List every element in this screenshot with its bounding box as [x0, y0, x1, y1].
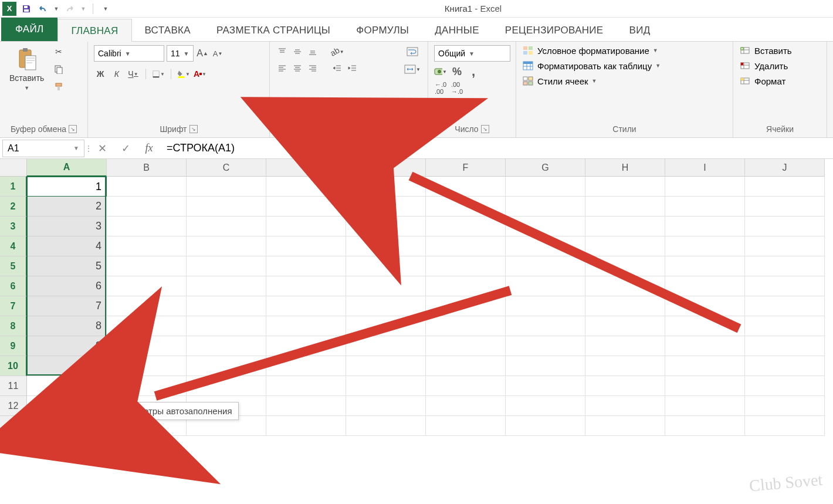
increase-indent-button[interactable] — [346, 62, 359, 75]
cell-J5[interactable] — [745, 256, 825, 276]
align-top-button[interactable] — [276, 45, 289, 58]
row-header-13[interactable]: 13 — [0, 416, 27, 436]
column-header-J[interactable]: J — [745, 159, 825, 177]
underline-button[interactable]: Ч▼ — [127, 67, 140, 80]
cell-A8[interactable]: 8 — [27, 316, 107, 336]
cell-J13[interactable] — [745, 416, 825, 436]
cell-D5[interactable] — [266, 256, 346, 276]
cell-J8[interactable] — [745, 316, 825, 336]
cell-E5[interactable] — [346, 256, 426, 276]
alignment-dialog-launcher[interactable] — [374, 125, 382, 133]
cell-A3[interactable]: 3 — [27, 217, 107, 236]
cell-C4[interactable] — [187, 236, 266, 256]
cell-F9[interactable] — [426, 336, 506, 356]
cell-E13[interactable] — [346, 416, 426, 436]
align-center-button[interactable] — [291, 62, 304, 75]
cell-H5[interactable] — [585, 256, 665, 276]
cell-I3[interactable] — [665, 217, 745, 236]
insert-cells-button[interactable]: Вставить — [739, 45, 792, 56]
bold-button[interactable]: Ж — [94, 67, 107, 80]
cell-I2[interactable] — [665, 197, 745, 217]
font-name-combo[interactable]: Calibri▼ — [94, 45, 164, 62]
cell-A6[interactable]: 6 — [27, 276, 107, 296]
cell-F1[interactable] — [426, 177, 506, 197]
cell-A9[interactable]: 9 — [27, 336, 107, 356]
cell-D3[interactable] — [266, 217, 346, 236]
format-as-table-button[interactable]: Форматировать как таблицу ▼ — [522, 60, 661, 71]
cell-D8[interactable] — [266, 316, 346, 336]
cell-E3[interactable] — [346, 217, 426, 236]
formula-input[interactable] — [161, 140, 833, 157]
row-header-2[interactable]: 2 — [0, 197, 27, 217]
cell-D10[interactable] — [266, 356, 346, 376]
cell-G1[interactable] — [506, 177, 585, 197]
orientation-button[interactable]: ab▼ — [331, 45, 344, 58]
cell-I12[interactable] — [665, 396, 745, 416]
tab-page-layout[interactable]: РАЗМЕТКА СТРАНИЦЫ — [204, 19, 343, 41]
name-box[interactable]: A1 ▼ — [2, 140, 84, 157]
paste-button[interactable]: Вставить ▼ — [6, 45, 48, 93]
cell-B3[interactable] — [107, 217, 187, 236]
tab-review[interactable]: РЕЦЕНЗИРОВАНИЕ — [492, 19, 617, 41]
increase-font-button[interactable]: A▲ — [196, 47, 209, 60]
cell-H10[interactable] — [585, 356, 665, 376]
cell-H11[interactable] — [585, 376, 665, 396]
enter-formula-button[interactable]: ✓ — [114, 140, 137, 157]
cell-A4[interactable]: 4 — [27, 236, 107, 256]
cell-D7[interactable] — [266, 296, 346, 316]
comma-button[interactable]: , — [467, 65, 480, 78]
cell-C5[interactable] — [187, 256, 266, 276]
cell-G9[interactable] — [506, 336, 585, 356]
cell-B10[interactable] — [107, 356, 187, 376]
cell-I13[interactable] — [665, 416, 745, 436]
cell-A11[interactable] — [27, 376, 107, 396]
row-header-4[interactable]: 4 — [0, 236, 27, 256]
select-all-corner[interactable] — [0, 159, 27, 177]
cell-G10[interactable] — [506, 356, 585, 376]
cell-A13[interactable] — [27, 416, 107, 436]
tab-insert[interactable]: ВСТАВКА — [132, 19, 204, 41]
fill-handle[interactable] — [104, 374, 109, 378]
cell-G11[interactable] — [506, 376, 585, 396]
cell-I6[interactable] — [665, 276, 745, 296]
decrease-decimal-button[interactable]: .00→.0 — [451, 82, 463, 94]
column-header-H[interactable]: H — [585, 159, 665, 177]
cell-G2[interactable] — [506, 197, 585, 217]
number-dialog-launcher[interactable] — [481, 125, 489, 133]
undo-dropdown[interactable]: ▼ — [53, 2, 60, 15]
cell-G8[interactable] — [506, 316, 585, 336]
redo-dropdown[interactable]: ▼ — [80, 2, 87, 15]
number-format-combo[interactable]: Общий▼ — [434, 45, 510, 62]
column-header-B[interactable]: B — [107, 159, 187, 177]
cell-A10[interactable]: 10 — [27, 356, 107, 376]
cell-H6[interactable] — [585, 276, 665, 296]
cell-J11[interactable] — [745, 376, 825, 396]
align-bottom-button[interactable] — [306, 45, 319, 58]
cell-J1[interactable] — [745, 177, 825, 197]
cell-C8[interactable] — [187, 316, 266, 336]
undo-button[interactable] — [36, 2, 49, 15]
cell-B4[interactable] — [107, 236, 187, 256]
cell-B6[interactable] — [107, 276, 187, 296]
cell-E1[interactable] — [346, 177, 426, 197]
cell-H4[interactable] — [585, 236, 665, 256]
cell-F4[interactable] — [426, 236, 506, 256]
cell-G6[interactable] — [506, 276, 585, 296]
font-dialog-launcher[interactable] — [189, 125, 198, 133]
format-painter-button[interactable] — [52, 80, 65, 93]
cell-B1[interactable] — [107, 177, 187, 197]
delete-cells-button[interactable]: Удалить — [739, 60, 788, 71]
merge-button[interactable]: ▼ — [403, 63, 422, 76]
cell-F13[interactable] — [426, 416, 506, 436]
cell-C3[interactable] — [187, 217, 266, 236]
column-header-E[interactable]: E — [346, 159, 426, 177]
cell-F10[interactable] — [426, 356, 506, 376]
cell-A12[interactable] — [27, 396, 107, 416]
decrease-indent-button[interactable] — [331, 62, 344, 75]
cell-D12[interactable] — [266, 396, 346, 416]
row-header-10[interactable]: 10 — [0, 356, 27, 376]
cell-J6[interactable] — [745, 276, 825, 296]
cell-styles-button[interactable]: Стили ячеек ▼ — [522, 76, 597, 86]
wrap-text-button[interactable] — [403, 45, 422, 58]
cell-D4[interactable] — [266, 236, 346, 256]
